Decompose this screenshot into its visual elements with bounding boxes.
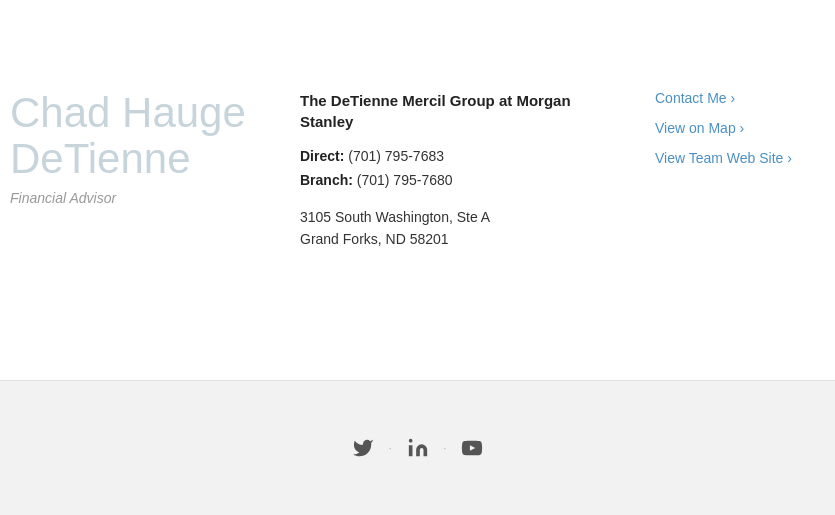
direct-phone-row: Direct: (701) 795-7683	[300, 148, 655, 164]
direct-label: Direct:	[300, 148, 344, 164]
footer: · ·	[0, 380, 835, 515]
linkedin-icon[interactable]	[400, 430, 436, 466]
advisor-name: Chad Hauge DeTienne	[10, 90, 300, 182]
links-section: Contact Me › View on Map › View Team Web…	[655, 80, 835, 320]
advisor-name-section: Chad Hauge DeTienne Financial Advisor	[0, 80, 300, 320]
main-content: Chad Hauge DeTienne Financial Advisor Th…	[0, 0, 835, 380]
address-block: 3105 South Washington, Ste A Grand Forks…	[300, 206, 655, 251]
address-line1: 3105 South Washington, Ste A	[300, 206, 655, 228]
advisor-title: Financial Advisor	[10, 190, 300, 206]
branch-label: Branch:	[300, 172, 353, 188]
branch-phone-row: Branch: (701) 795-7680	[300, 172, 655, 188]
view-on-map-link[interactable]: View on Map ›	[655, 120, 835, 136]
twitter-icon[interactable]	[345, 430, 381, 466]
branch-phone: (701) 795-7680	[357, 172, 453, 188]
svg-point-0	[408, 439, 412, 443]
separator-1: ·	[389, 443, 392, 454]
direct-phone: (701) 795-7683	[348, 148, 444, 164]
contact-me-link[interactable]: Contact Me ›	[655, 90, 835, 106]
separator-2: ·	[444, 443, 447, 454]
social-icons-group: · ·	[345, 430, 491, 466]
firm-name: The DeTienne Mercil Group at Morgan Stan…	[300, 90, 580, 132]
address-line2: Grand Forks, ND 58201	[300, 228, 655, 250]
contact-details-section: The DeTienne Mercil Group at Morgan Stan…	[300, 80, 655, 320]
youtube-icon[interactable]	[454, 430, 490, 466]
view-team-web-site-link[interactable]: View Team Web Site ›	[655, 150, 835, 166]
